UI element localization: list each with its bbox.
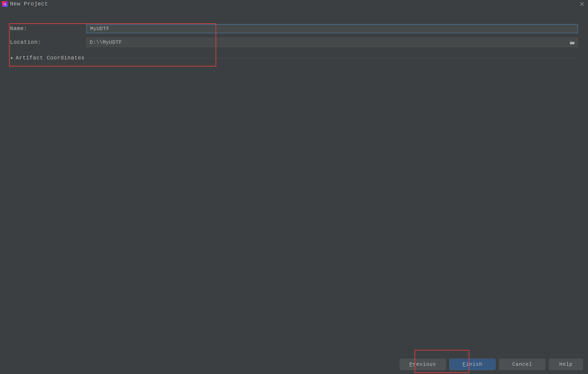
title-bar-left: IJ New Project	[2, 1, 48, 7]
previous-button[interactable]: Previous	[400, 359, 446, 370]
title-bar: IJ New Project	[0, 0, 588, 8]
help-label: Help	[559, 361, 573, 367]
finish-button[interactable]: Finish	[449, 359, 495, 370]
location-row: Location:	[10, 38, 578, 47]
folder-open-icon	[569, 40, 575, 45]
previous-mnemonic: P	[410, 361, 413, 367]
finish-mnemonic: F	[462, 361, 466, 367]
expand-arrow-icon	[10, 56, 14, 60]
location-input-wrapper	[86, 38, 578, 47]
artifact-coordinates-label: Artifact Coordinates	[16, 55, 85, 61]
dialog-title: New Project	[10, 1, 48, 7]
name-row: Name:	[10, 24, 578, 33]
intellij-icon: IJ	[2, 1, 8, 7]
button-bar: Previous Finish Cancel Help	[400, 359, 583, 370]
artifact-coordinates-section[interactable]: Artifact Coordinates	[10, 55, 578, 61]
previous-label: revious	[413, 361, 436, 367]
section-divider	[89, 58, 578, 58]
close-button[interactable]	[578, 0, 586, 8]
help-button[interactable]: Help	[549, 359, 583, 370]
finish-label: inish	[466, 361, 483, 367]
browse-folder-button[interactable]	[569, 40, 575, 45]
location-label: Location:	[10, 39, 86, 45]
cancel-button[interactable]: Cancel	[499, 359, 545, 370]
svg-marker-2	[11, 57, 13, 59]
close-icon	[579, 1, 585, 7]
location-input[interactable]	[86, 38, 578, 47]
name-label: Name:	[10, 26, 86, 32]
cancel-label: Cancel	[512, 361, 532, 367]
name-input-wrapper	[86, 24, 578, 33]
dialog-content: Name: Location: Artifac	[0, 8, 588, 374]
new-project-dialog: IJ New Project Name: Location:	[0, 0, 588, 374]
name-input[interactable]	[86, 24, 578, 33]
